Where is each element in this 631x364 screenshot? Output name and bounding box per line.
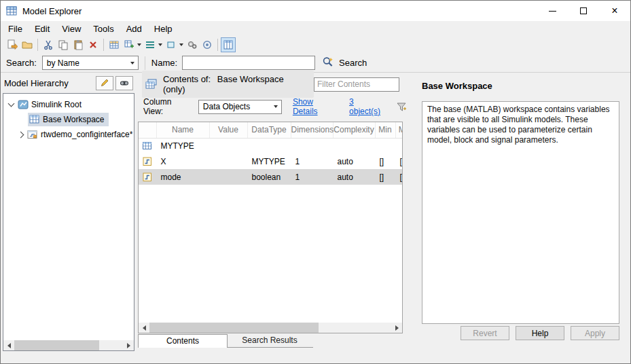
menu-view[interactable]: View — [56, 22, 87, 35]
new-model-icon[interactable] — [5, 37, 20, 52]
add-object-button[interactable] — [122, 37, 143, 52]
column-header-icon[interactable] — [139, 122, 156, 138]
search-button[interactable]: Search — [322, 56, 367, 70]
column-header-max[interactable]: Max — [395, 122, 403, 138]
column-view-dropdown[interactable]: Data Objects — [198, 100, 282, 114]
options-icon[interactable] — [200, 37, 215, 52]
simulink-root-icon — [18, 99, 29, 110]
column-header-dimensions[interactable]: Dimensions — [291, 122, 333, 138]
close-button[interactable]: × — [599, 1, 630, 21]
menu-edit[interactable]: Edit — [29, 22, 56, 35]
dropdown-arrow-icon — [158, 43, 162, 46]
contents-target: Base Workspace — [217, 74, 284, 84]
datatype-object-icon — [143, 141, 152, 151]
scroll-track[interactable] — [149, 323, 391, 333]
scroll-left-icon[interactable] — [3, 340, 14, 350]
search-label: Search: — [6, 58, 37, 68]
add-connection-icon — [143, 37, 158, 52]
apply-button[interactable]: Apply — [571, 326, 619, 340]
table-row[interactable]: X MYTYPE 1 auto [] [] — [139, 153, 403, 169]
cell-value — [209, 153, 247, 169]
cut-icon[interactable] — [41, 37, 56, 52]
toolbar-separator — [37, 39, 38, 51]
gears-icon[interactable] — [185, 37, 200, 52]
help-button[interactable]: Help — [516, 326, 564, 340]
titlebar[interactable]: Model Explorer × — [1, 1, 630, 21]
filter-options-button[interactable] — [395, 100, 408, 113]
expand-collapse-icon[interactable] — [8, 101, 15, 107]
cell-value — [209, 169, 247, 185]
search-mode-dropdown[interactable]: by Name — [42, 56, 139, 70]
filter-contents-input[interactable] — [314, 77, 399, 92]
column-header-name[interactable]: Name — [156, 122, 209, 138]
menu-add[interactable]: Add — [120, 22, 148, 35]
model-explorer-window: Model Explorer × File Edit View Tools Ad… — [0, 0, 631, 364]
tree-item-rtwdemo-configinterface[interactable]: rtwdemo_configinterface* — [3, 127, 134, 142]
add-connection-button[interactable] — [143, 37, 164, 52]
cell-max — [395, 138, 403, 153]
contents-scope: (only) — [163, 84, 185, 94]
add-block-button[interactable] — [164, 37, 185, 52]
cell-max: [] — [395, 169, 403, 185]
column-header-complexity[interactable]: Complexity — [333, 122, 375, 138]
dialog-panel: Base Workspace The base (MATLAB) workspa… — [415, 73, 628, 363]
menu-help[interactable]: Help — [148, 22, 179, 35]
name-input[interactable] — [182, 56, 315, 70]
tree-item-simulink-root[interactable]: Simulink Root — [3, 97, 134, 112]
cell-value — [209, 138, 247, 153]
cell-datatype: boolean — [247, 169, 291, 185]
cell-complexity: auto — [333, 153, 375, 169]
search-icon — [322, 56, 334, 70]
column-header-datatype[interactable]: DataType — [247, 122, 291, 138]
revert-button[interactable]: Revert — [461, 326, 509, 340]
menubar: File Edit View Tools Add Help — [1, 21, 630, 36]
funnel-icon — [396, 101, 407, 112]
open-icon[interactable] — [20, 37, 35, 52]
dropdown-arrow-icon — [137, 43, 141, 46]
column-view-icon[interactable] — [221, 37, 236, 52]
scroll-thumb[interactable] — [149, 323, 319, 333]
expand-collapse-icon[interactable] — [18, 131, 24, 138]
tab-contents[interactable]: Contents — [138, 334, 228, 348]
pencil-icon — [99, 77, 110, 88]
menu-tools[interactable]: Tools — [87, 22, 120, 35]
edit-hierarchy-button[interactable] — [96, 76, 113, 90]
dialog-title: Base Workspace — [415, 73, 628, 94]
cell-name: X — [156, 153, 209, 169]
model-icon — [27, 129, 38, 140]
column-header-min[interactable]: Min — [375, 122, 395, 138]
object-count-link[interactable]: 3 object(s) — [349, 97, 386, 116]
search-mode-value: by Name — [47, 58, 79, 68]
minimize-icon — [549, 11, 556, 12]
add-data-icon[interactable] — [107, 37, 122, 52]
contents-icon — [145, 79, 158, 90]
toolbar — [1, 36, 630, 54]
table-row-selected[interactable]: mode boolean 1 auto [] [] — [139, 169, 403, 185]
minimize-button[interactable] — [537, 1, 568, 21]
table-row[interactable]: MYTYPE — [139, 138, 403, 153]
scroll-right-icon[interactable] — [123, 340, 134, 350]
close-icon: × — [611, 5, 617, 16]
toolbar-separator — [217, 39, 218, 51]
tree-item-base-workspace[interactable]: Base Workspace — [3, 112, 134, 127]
add-block-icon — [164, 37, 179, 52]
hierarchy-hscrollbar[interactable] — [3, 340, 134, 350]
toolbar-separator — [103, 39, 104, 51]
scroll-thumb[interactable] — [14, 340, 99, 350]
tree-item-label: rtwdemo_configinterface* — [41, 130, 132, 139]
copy-icon[interactable] — [56, 37, 71, 52]
tab-search-results[interactable]: Search Results — [228, 334, 312, 347]
view-options-button[interactable] — [115, 76, 133, 90]
show-details-link[interactable]: Show Details — [293, 97, 338, 116]
scroll-left-icon[interactable] — [139, 323, 149, 333]
menu-file[interactable]: File — [2, 22, 29, 35]
maximize-button[interactable] — [568, 1, 599, 21]
paste-icon[interactable] — [71, 37, 86, 52]
column-header-value[interactable]: Value — [209, 122, 247, 138]
scroll-track[interactable] — [14, 340, 123, 350]
scroll-right-icon[interactable] — [391, 323, 402, 333]
add-object-icon — [122, 37, 137, 52]
tree-item-label: Simulink Root — [31, 100, 82, 109]
table-hscrollbar[interactable] — [139, 323, 402, 333]
delete-icon[interactable] — [86, 37, 101, 52]
